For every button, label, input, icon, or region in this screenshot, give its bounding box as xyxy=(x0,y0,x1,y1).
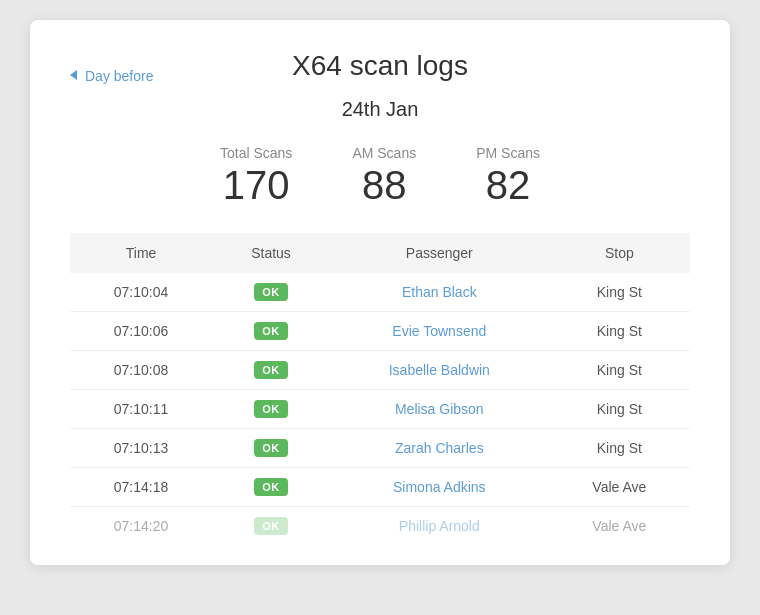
table-row: 07:10:11OKMelisa GibsonKing St xyxy=(70,390,690,429)
pm-scans-value: 82 xyxy=(486,165,531,205)
pm-scans-label: PM Scans xyxy=(476,145,540,161)
stats-row: Total Scans 170 AM Scans 88 PM Scans 82 xyxy=(70,145,690,205)
cell-passenger: Zarah Charles xyxy=(330,429,549,468)
cell-stop: King St xyxy=(549,351,690,390)
cell-stop: King St xyxy=(549,312,690,351)
total-scans-stat: Total Scans 170 xyxy=(220,145,292,205)
col-time: Time xyxy=(70,233,212,273)
cell-time: 07:14:18 xyxy=(70,468,212,507)
cell-passenger: Melisa Gibson xyxy=(330,390,549,429)
cell-time: 07:10:11 xyxy=(70,390,212,429)
cell-passenger: Isabelle Baldwin xyxy=(330,351,549,390)
day-before-label: Day before xyxy=(85,68,153,84)
am-scans-stat: AM Scans 88 xyxy=(352,145,416,205)
cell-time: 07:10:13 xyxy=(70,429,212,468)
col-status: Status xyxy=(212,233,330,273)
cell-stop: King St xyxy=(549,273,690,312)
cell-stop: King St xyxy=(549,429,690,468)
am-scans-label: AM Scans xyxy=(352,145,416,161)
total-scans-value: 170 xyxy=(223,165,290,205)
cell-stop: Vale Ave xyxy=(549,468,690,507)
arrow-left-icon xyxy=(70,70,77,80)
am-scans-value: 88 xyxy=(362,165,407,205)
ok-badge: OK xyxy=(254,478,288,496)
cell-stop: Vale Ave xyxy=(549,507,690,546)
table-row: 07:10:08OKIsabelle BaldwinKing St xyxy=(70,351,690,390)
cell-status: OK xyxy=(212,273,330,312)
ok-badge: OK xyxy=(254,361,288,379)
main-card: X64 scan logs Day before 24th Jan Total … xyxy=(30,20,730,565)
cell-time: 07:10:06 xyxy=(70,312,212,351)
day-before-link[interactable]: Day before xyxy=(70,68,153,84)
ok-badge: OK xyxy=(254,439,288,457)
pm-scans-stat: PM Scans 82 xyxy=(476,145,540,205)
table-row: 07:14:20OKPhillip ArnoldVale Ave xyxy=(70,507,690,546)
cell-passenger: Phillip Arnold xyxy=(330,507,549,546)
table-header-row: Time Status Passenger Stop xyxy=(70,233,690,273)
cell-passenger: Ethan Black xyxy=(330,273,549,312)
table-row: 07:10:06OKEvie TownsendKing St xyxy=(70,312,690,351)
ok-badge: OK xyxy=(254,322,288,340)
cell-passenger: Simona Adkins xyxy=(330,468,549,507)
cell-status: OK xyxy=(212,468,330,507)
col-stop: Stop xyxy=(549,233,690,273)
table-row: 07:14:18OKSimona AdkinsVale Ave xyxy=(70,468,690,507)
page-title: X64 scan logs xyxy=(70,50,690,82)
cell-stop: King St xyxy=(549,390,690,429)
cell-time: 07:14:20 xyxy=(70,507,212,546)
cell-time: 07:10:04 xyxy=(70,273,212,312)
ok-badge: OK xyxy=(254,400,288,418)
ok-badge: OK xyxy=(254,517,288,535)
cell-status: OK xyxy=(212,390,330,429)
cell-time: 07:10:08 xyxy=(70,351,212,390)
table-row: 07:10:13OKZarah CharlesKing St xyxy=(70,429,690,468)
cell-status: OK xyxy=(212,312,330,351)
cell-status: OK xyxy=(212,429,330,468)
cell-passenger: Evie Townsend xyxy=(330,312,549,351)
scan-log-table: Time Status Passenger Stop 07:10:04OKEth… xyxy=(70,233,690,545)
cell-status: OK xyxy=(212,507,330,546)
cell-status: OK xyxy=(212,351,330,390)
ok-badge: OK xyxy=(254,283,288,301)
total-scans-label: Total Scans xyxy=(220,145,292,161)
table-row: 07:10:04OKEthan BlackKing St xyxy=(70,273,690,312)
date-label: 24th Jan xyxy=(70,98,690,121)
col-passenger: Passenger xyxy=(330,233,549,273)
